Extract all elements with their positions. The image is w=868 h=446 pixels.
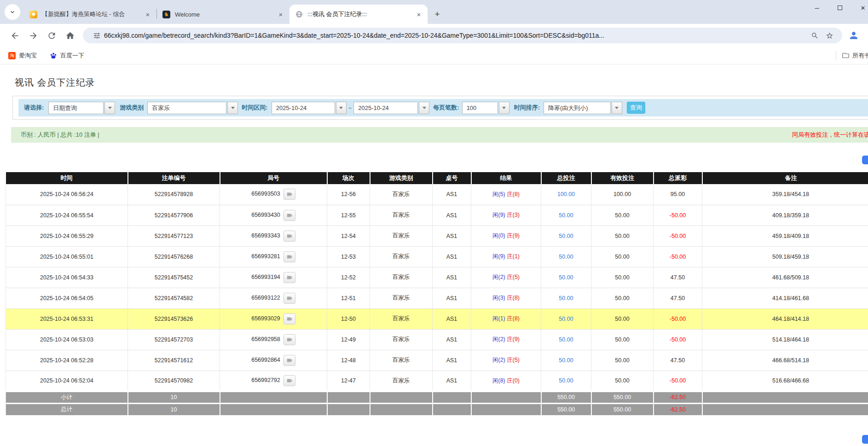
totals-cell: 10 bbox=[128, 403, 220, 415]
all-bookmarks[interactable]: 所有书签 bbox=[836, 51, 868, 60]
tab-close-icon[interactable]: × bbox=[277, 10, 285, 18]
video-replay-button[interactable] bbox=[284, 313, 295, 324]
video-replay-button[interactable] bbox=[284, 251, 295, 262]
total-bet-link[interactable]: 50.00 bbox=[559, 336, 573, 343]
cell-valid-bet: 50.00 bbox=[591, 288, 654, 308]
window-controls: ─ ✕ bbox=[805, 0, 868, 16]
video-replay-button[interactable] bbox=[284, 189, 295, 200]
dropdown-arrow-icon[interactable] bbox=[612, 102, 622, 114]
cell-game-type: 百家乐 bbox=[370, 288, 433, 308]
total-bet-link[interactable]: 50.00 bbox=[559, 357, 573, 364]
filter-container: 请选择: 日期查询 游戏类别 百家乐 时间区间: 2025-10-24 ~ 20… bbox=[12, 96, 868, 120]
sort-select[interactable]: 降幂(由大到小) bbox=[544, 102, 622, 114]
date-end-select[interactable]: 2025-10-24 bbox=[353, 102, 429, 114]
cell-payout: -50.00 bbox=[654, 371, 702, 391]
tab-bet-records-active[interactable]: :::视讯 会员下注纪录::: × bbox=[289, 5, 428, 24]
player-result: 闲(9) bbox=[492, 253, 505, 260]
cell-valid-bet: 50.00 bbox=[591, 205, 654, 226]
time-range-label: 时间区间: bbox=[242, 104, 267, 112]
total-bet-link[interactable]: 50.00 bbox=[559, 212, 573, 219]
side-floating-button-bottom[interactable] bbox=[862, 435, 868, 444]
cell-game-type: 百家乐 bbox=[370, 267, 433, 288]
totals-cell bbox=[220, 403, 327, 415]
player-result: 闲(3) bbox=[492, 295, 505, 301]
game-type-label: 游戏类别 bbox=[120, 104, 144, 112]
cell-game-type: 百家乐 bbox=[370, 226, 433, 246]
side-floating-button-top[interactable] bbox=[862, 156, 868, 164]
new-tab-button[interactable]: + bbox=[431, 8, 443, 20]
profile-avatar[interactable] bbox=[848, 29, 860, 41]
total-bet-link[interactable]: 50.00 bbox=[559, 233, 573, 239]
total-bet-link[interactable]: 50.00 bbox=[559, 377, 573, 384]
player-result: 闲(8) bbox=[492, 377, 505, 384]
bookmark-star-icon[interactable] bbox=[824, 30, 834, 41]
cell-payout: 95.00 bbox=[654, 184, 702, 205]
home-button[interactable] bbox=[63, 29, 77, 42]
dropdown-arrow-icon[interactable] bbox=[419, 102, 429, 114]
cell-table-no: AS1 bbox=[433, 350, 471, 371]
video-replay-button[interactable] bbox=[284, 272, 295, 283]
bet-records-page: 视讯 会员下注纪录 请选择: 日期查询 游戏类别 百家乐 时间区间: 2025-… bbox=[0, 76, 868, 415]
tab-close-icon[interactable]: × bbox=[144, 10, 152, 18]
totals-label: 总计 bbox=[6, 403, 128, 415]
total-bet-link[interactable]: 50.00 bbox=[559, 254, 573, 260]
totals-cell: 550.00 bbox=[541, 403, 591, 415]
reload-button[interactable] bbox=[45, 29, 58, 42]
video-replay-button[interactable] bbox=[284, 210, 295, 221]
close-window-button[interactable]: ✕ bbox=[851, 0, 868, 16]
cell-session: 12-54 bbox=[327, 226, 370, 246]
total-bet-link[interactable]: 50.00 bbox=[559, 295, 573, 301]
per-page-select[interactable]: 100 bbox=[462, 102, 509, 114]
cell-round: 656992864 bbox=[220, 350, 327, 371]
tab-forum[interactable]: 【新提醒】海燕策略论坛 - 综合 × bbox=[24, 5, 156, 24]
cell-round: 656993194 bbox=[220, 267, 327, 288]
cell-result: 闲(5) 庄(8) bbox=[471, 184, 541, 205]
column-header: 有效投注 bbox=[591, 172, 654, 184]
date-start-select[interactable]: 2025-10-24 bbox=[272, 102, 347, 114]
address-bar[interactable]: 66cxkj98.com/game/betrecord_search/kind3… bbox=[83, 28, 842, 43]
dropdown-arrow-icon[interactable] bbox=[336, 102, 347, 114]
forward-button[interactable] bbox=[26, 29, 40, 42]
bookmarks-bar: 淘 爱淘宝 百度一下 所有书签 bbox=[0, 47, 868, 64]
video-replay-button[interactable] bbox=[284, 334, 295, 345]
banker-result: 庄(8) bbox=[507, 295, 520, 301]
back-button[interactable] bbox=[8, 29, 22, 42]
baidu-icon bbox=[50, 52, 57, 59]
total-bet-link[interactable]: 50.00 bbox=[559, 274, 573, 281]
video-replay-button[interactable] bbox=[284, 355, 295, 366]
game-type-select[interactable]: 百家乐 bbox=[147, 102, 238, 114]
cell-result: 闲(3) 庄(8) bbox=[471, 288, 541, 308]
cell-game-type: 百家乐 bbox=[370, 308, 433, 329]
cell-game-type: 百家乐 bbox=[370, 329, 433, 350]
rule-notice-text: 同局有效投注，统一计算在该局第一张注单内 bbox=[792, 131, 868, 139]
bookmark-label: 百度一下 bbox=[60, 52, 84, 60]
dropdown-arrow-icon[interactable] bbox=[227, 102, 238, 114]
total-bet-link[interactable]: 50.00 bbox=[559, 316, 573, 322]
site-settings-icon[interactable] bbox=[92, 30, 102, 41]
search-button[interactable]: 查询 bbox=[627, 102, 645, 114]
video-replay-button[interactable] bbox=[284, 375, 295, 386]
cell-payout: 47.50 bbox=[654, 267, 702, 288]
tab-welcome[interactable]: ♞ Welcome × bbox=[157, 5, 289, 24]
tab-search-button[interactable] bbox=[5, 4, 20, 20]
bookmark-taobao[interactable]: 淘 爱淘宝 bbox=[8, 52, 37, 60]
query-type-select[interactable]: 日期查询 bbox=[48, 102, 115, 114]
maximize-button[interactable] bbox=[828, 0, 851, 16]
totals-cell bbox=[702, 403, 868, 415]
cell-time: 2025-10-24 06:52:04 bbox=[6, 371, 128, 391]
video-replay-button[interactable] bbox=[284, 293, 295, 304]
column-header: 注单编号 bbox=[128, 172, 220, 184]
zoom-icon[interactable] bbox=[810, 30, 820, 41]
totals-cell: 550.00 bbox=[541, 391, 591, 403]
bookmark-baidu[interactable]: 百度一下 bbox=[50, 52, 84, 60]
minimize-button[interactable]: ─ bbox=[805, 0, 828, 16]
dropdown-arrow-icon[interactable] bbox=[104, 102, 115, 114]
video-replay-button[interactable] bbox=[284, 231, 295, 242]
total-bet-link[interactable]: 100.00 bbox=[557, 191, 575, 197]
bet-records-table: 时间注单编号局号场次游戏类别桌号结果总投注有效投注总派彩备注 2025-10-2… bbox=[6, 172, 868, 415]
forward-arrow-icon bbox=[29, 31, 38, 41]
tab-close-icon[interactable]: × bbox=[415, 10, 423, 18]
cell-round: 656992792 bbox=[220, 371, 327, 391]
cell-time: 2025-10-24 06:55:01 bbox=[6, 246, 128, 267]
dropdown-arrow-icon[interactable] bbox=[499, 102, 509, 114]
